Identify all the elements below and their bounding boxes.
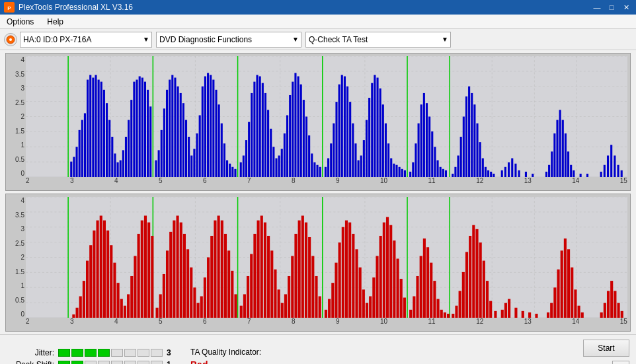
svg-rect-262 [155, 308, 158, 318]
svg-rect-327 [383, 223, 385, 318]
svg-rect-164 [442, 169, 444, 177]
svg-rect-243 [89, 245, 92, 318]
svg-rect-116 [305, 117, 307, 178]
svg-rect-46 [108, 120, 110, 177]
toolbar: HA:0 ID:0 PX-716A ▼ DVD Diagnostic Funct… [0, 29, 636, 50]
test-select[interactable]: Q-Check TA Test [305, 32, 451, 48]
svg-rect-277 [207, 258, 210, 318]
svg-rect-94 [245, 140, 247, 177]
start-button[interactable]: Start [583, 340, 629, 357]
svg-rect-157 [423, 93, 425, 177]
svg-rect-179 [487, 170, 489, 177]
function-select[interactable]: DVD Diagnostic Functions [156, 32, 301, 48]
svg-rect-325 [376, 256, 378, 318]
top-chart-y-labels: 4 3.5 3 2.5 2 1.5 1 0.5 0 [7, 56, 26, 177]
svg-rect-318 [352, 234, 354, 318]
svg-rect-257 [138, 234, 140, 318]
svg-rect-35 [79, 130, 81, 177]
svg-rect-260 [147, 223, 150, 318]
svg-rect-73 [185, 120, 187, 177]
svg-rect-187 [518, 170, 520, 177]
info-button[interactable]: i [612, 361, 629, 364]
svg-rect-169 [460, 137, 462, 177]
svg-rect-76 [193, 149, 195, 177]
svg-rect-284 [231, 271, 233, 318]
svg-rect-154 [415, 143, 417, 177]
svg-rect-173 [471, 93, 473, 177]
title-bar-controls: — □ ✕ [591, 2, 632, 13]
svg-rect-360 [504, 303, 507, 318]
menu-help[interactable]: Help [43, 16, 67, 28]
test-select-wrapper[interactable]: Q-Check TA Test ▼ [305, 32, 451, 48]
svg-rect-56 [136, 80, 138, 177]
peak-shift-meter [58, 361, 163, 364]
svg-rect-206 [610, 145, 612, 177]
svg-rect-313 [335, 263, 337, 318]
svg-rect-93 [243, 155, 245, 177]
svg-rect-275 [200, 296, 203, 318]
svg-rect-270 [183, 234, 186, 318]
function-select-wrapper[interactable]: DVD Diagnostic Functions ▼ [156, 32, 301, 48]
svg-rect-256 [134, 256, 136, 318]
svg-rect-99 [259, 77, 261, 178]
svg-rect-363 [522, 311, 524, 318]
svg-rect-338 [423, 238, 426, 318]
svg-rect-39 [89, 75, 91, 177]
svg-rect-176 [479, 142, 481, 177]
svg-rect-191 [548, 165, 550, 177]
svg-rect-144 [385, 124, 387, 177]
svg-rect-375 [578, 306, 580, 318]
svg-rect-373 [571, 268, 573, 318]
minimize-button[interactable]: — [591, 2, 603, 13]
svg-rect-90 [231, 167, 233, 177]
svg-rect-101 [264, 93, 266, 177]
svg-rect-177 [482, 159, 484, 177]
bottom-chart-svg [26, 197, 627, 318]
svg-rect-319 [355, 249, 358, 318]
svg-rect-383 [621, 311, 623, 318]
svg-rect-123 [327, 159, 329, 177]
svg-rect-74 [188, 137, 190, 177]
svg-rect-337 [420, 256, 422, 318]
close-button[interactable]: ✕ [620, 2, 632, 13]
svg-rect-253 [124, 306, 126, 318]
svg-rect-265 [166, 250, 169, 318]
jitter-seg-3 [85, 349, 97, 357]
svg-rect-183 [504, 167, 506, 177]
maximize-button[interactable]: □ [606, 2, 617, 13]
svg-rect-356 [486, 281, 489, 318]
svg-rect-351 [469, 236, 471, 318]
svg-rect-146 [390, 159, 392, 177]
svg-rect-152 [409, 172, 411, 177]
svg-rect-48 [114, 153, 116, 177]
menu-options[interactable]: Options [3, 16, 38, 28]
peak-seg-6 [124, 361, 136, 364]
svg-rect-53 [128, 120, 130, 177]
svg-rect-266 [169, 232, 172, 318]
svg-rect-190 [545, 172, 547, 177]
svg-rect-61 [149, 106, 151, 177]
svg-rect-33 [73, 157, 75, 178]
svg-rect-341 [433, 281, 436, 318]
svg-rect-137 [366, 120, 368, 177]
svg-rect-80 [204, 77, 206, 178]
svg-rect-57 [139, 77, 141, 178]
svg-rect-171 [465, 96, 467, 177]
svg-rect-120 [316, 165, 318, 177]
svg-rect-203 [600, 172, 602, 177]
menu-bar: Options Help [0, 15, 636, 29]
svg-rect-102 [267, 110, 269, 177]
svg-rect-309 [319, 296, 321, 318]
svg-rect-321 [362, 289, 365, 318]
metrics-section: Jitter: 3 Peak Shift: [7, 348, 177, 364]
svg-rect-195 [559, 110, 561, 177]
svg-rect-276 [204, 277, 206, 318]
svg-rect-113 [298, 77, 299, 178]
device-select-wrapper[interactable]: HA:0 ID:0 PX-716A ▼ [20, 32, 152, 48]
device-select[interactable]: HA:0 ID:0 PX-716A [20, 32, 152, 48]
svg-rect-264 [163, 274, 165, 318]
svg-rect-239 [75, 308, 78, 318]
svg-rect-149 [399, 167, 401, 177]
svg-rect-65 [163, 108, 165, 177]
svg-rect-185 [511, 159, 513, 177]
